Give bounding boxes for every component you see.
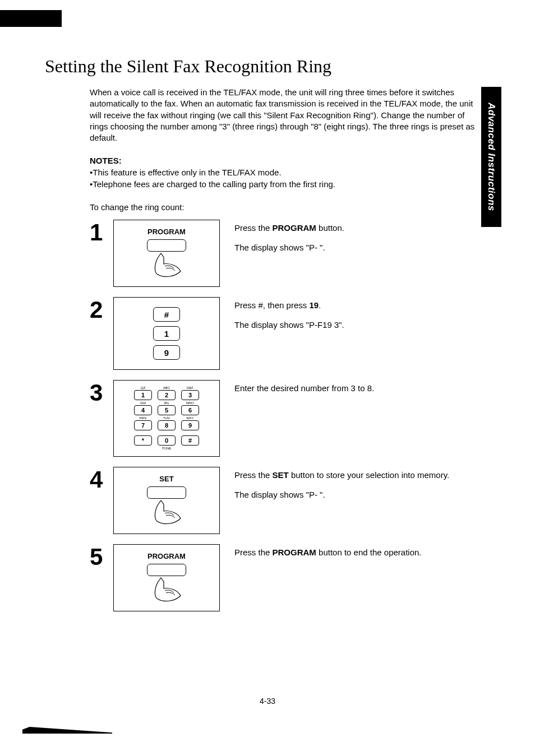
text-run: Press #, then press [234, 300, 309, 310]
text-run: . [319, 300, 321, 310]
text-line: The display shows "P- ". [234, 242, 490, 253]
notes-list: •This feature is effective only in the T… [90, 166, 490, 190]
note-text: Telephone fees are charged to the callin… [93, 179, 335, 189]
text-line: The display shows "P-F19 3". [234, 319, 490, 331]
key-label: QZ [141, 386, 145, 390]
keypad-icon: QZ1 ABC2 DEF3 GHI4 JKL5 MNO6 PRS7 TUV8 W… [133, 386, 200, 446]
step-row: 5 PROGRAM Press the PROGRAM button to en… [90, 544, 490, 611]
manual-page: Advanced Instructions Setting the Silent… [0, 0, 535, 756]
scan-artifact-corner [0, 10, 62, 27]
step-diagram: SET [113, 467, 220, 534]
text-run: button. [316, 223, 344, 233]
page-number: 4-33 [0, 697, 535, 706]
key-label: WXY [186, 416, 194, 420]
text-bold: PROGRAM [273, 223, 316, 233]
step-row: 1 PROGRAM Press the PROGRAM button. The … [90, 220, 490, 287]
text-line: The display shows "P- ". [234, 489, 490, 500]
keypad-key: 9 [181, 420, 199, 430]
keypad-key: 6 [181, 405, 199, 415]
set-button-icon [147, 486, 186, 499]
button-label: SET [159, 475, 173, 483]
step-description: Press the SET button to store your selec… [234, 467, 490, 508]
step-diagram: QZ1 ABC2 DEF3 GHI4 JKL5 MNO6 PRS7 TUV8 W… [113, 380, 220, 457]
key-label: MNO [186, 401, 194, 405]
keypad-key: 5 [158, 405, 176, 415]
keypad-key: 3 [181, 390, 199, 400]
keypad-key: 4 [134, 405, 152, 415]
hand-icon [147, 576, 186, 604]
key-label: PRS [140, 416, 146, 420]
button-label: PROGRAM [147, 552, 186, 560]
keypad-key: # [181, 435, 199, 446]
step-number: 2 [90, 298, 113, 322]
note-item: •This feature is effective only in the T… [90, 166, 490, 178]
step-description: Press the PROGRAM button. The display sh… [234, 220, 490, 261]
button-label: PROGRAM [147, 228, 186, 236]
key-label: ABC [163, 386, 170, 390]
scan-artifact-bottom [22, 727, 112, 734]
keypad-key: 7 [134, 420, 152, 430]
section-tab: Advanced Instructions [481, 87, 501, 227]
text-run: button to store your selection into memo… [289, 470, 450, 480]
step-description: Press the PROGRAM button to end the oper… [234, 544, 490, 566]
program-button-icon [147, 239, 186, 252]
key-label: GHI [140, 401, 146, 405]
leadin-text: To change the ring count: [90, 202, 490, 212]
step-number: 1 [90, 221, 113, 244]
text-run: Press the [234, 548, 273, 557]
keypad-key: * [134, 435, 152, 446]
note-item: •Telephone fees are charged to the calli… [90, 178, 490, 190]
hand-icon [147, 499, 186, 527]
key-hash-icon: # [153, 307, 180, 322]
step-diagram: # 1 9 [113, 297, 220, 370]
keypad-key: 1 [134, 390, 152, 400]
keypad-key: 2 [158, 390, 176, 400]
key-9-icon: 9 [153, 345, 180, 360]
keypad-key: 8 [158, 420, 176, 430]
key-label: JKL [164, 401, 169, 405]
text-run: button to end the operation. [316, 548, 422, 557]
program-button-icon [147, 564, 186, 576]
keypad-bottom-label: TONE [162, 447, 172, 451]
steps-list: 1 PROGRAM Press the PROGRAM button. The … [90, 220, 490, 611]
step-diagram: PROGRAM [113, 544, 220, 611]
step-number: 3 [90, 381, 113, 405]
keypad-key: 0 [158, 435, 176, 446]
step-row: 2 # 1 9 Press #, then press 19. The disp… [90, 297, 490, 370]
key-label: DEF [187, 386, 193, 390]
key-1-icon: 1 [153, 326, 180, 341]
text-bold: 19 [309, 300, 319, 310]
text-run: Press the [234, 223, 273, 233]
step-row: 4 SET Press the SET button to store your… [90, 467, 490, 534]
step-row: 3 QZ1 ABC2 DEF3 GHI4 JKL5 MNO6 PRS7 TUV8… [90, 380, 490, 457]
key-label: TUV [163, 416, 170, 420]
text-run: Press the [234, 470, 273, 480]
step-number: 4 [90, 468, 113, 491]
step-description: Press #, then press 19. The display show… [234, 297, 490, 338]
step-description: Enter the desired number from 3 to 8. [234, 380, 490, 402]
text-bold: PROGRAM [273, 548, 316, 557]
hand-icon [147, 252, 186, 280]
page-title: Setting the Silent Fax Recognition Ring [45, 56, 490, 77]
text-bold: SET [273, 470, 289, 480]
text-run: Enter the desired number from 3 to 8. [234, 383, 374, 393]
intro-paragraph: When a voice call is received in the TEL… [90, 87, 479, 143]
step-number: 5 [90, 545, 113, 569]
note-text: This feature is effective only in the TE… [93, 168, 281, 177]
notes-heading: NOTES: [90, 156, 490, 165]
step-diagram: PROGRAM [113, 220, 220, 287]
